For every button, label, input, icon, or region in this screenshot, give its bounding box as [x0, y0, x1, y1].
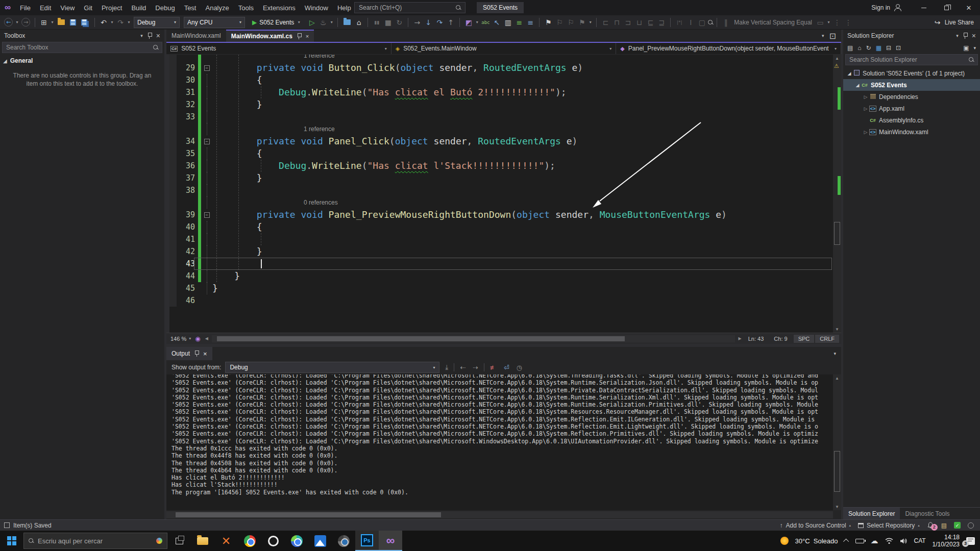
fold-margin[interactable]: [201, 184, 212, 196]
live-share-icon[interactable]: ↪: [933, 16, 943, 29]
new-project-icon[interactable]: ⊞: [39, 16, 49, 29]
spell-check-icon[interactable]: abc: [480, 16, 491, 29]
hot-reload-icon[interactable]: ♨: [318, 16, 328, 29]
step-over-icon[interactable]: ↷: [434, 16, 445, 29]
breakpoint-margin[interactable]: [169, 147, 177, 160]
keyboard-layout[interactable]: CAT: [914, 537, 926, 544]
output-horizontal-scrollbar[interactable]: [166, 511, 833, 518]
fold-margin[interactable]: [201, 123, 212, 135]
live-share-label[interactable]: Live Share: [945, 19, 974, 26]
tab-mainwindow.xaml[interactable]: MainWindow.xaml: [166, 30, 226, 42]
chevron-down-icon[interactable]: ▾: [15, 20, 19, 24]
go-to-definition-icon[interactable]: ↖: [492, 16, 502, 29]
breakpoint-margin[interactable]: [169, 55, 177, 62]
align-bottoms-icon[interactable]: ⊒: [656, 16, 667, 29]
minimize-button[interactable]: [913, 0, 935, 15]
open-file-icon[interactable]: [58, 19, 65, 25]
tree-item[interactable]: ◢Solution 'S052 Events' (1 of 1 project): [843, 67, 980, 79]
clear-all-icon[interactable]: ≢: [488, 364, 498, 371]
breakpoint-margin[interactable]: [169, 160, 177, 172]
code-line[interactable]: 39− private void Panel_PreviewMouseRight…: [169, 209, 833, 221]
code-line[interactable]: 36 Debug.WriteLine("Has clicat l'Stack!!…: [169, 160, 833, 172]
visual-studio-icon[interactable]: ∞: [379, 531, 402, 551]
fold-margin[interactable]: [201, 98, 212, 111]
vertical-spacing-icon[interactable]: ‖: [721, 16, 731, 29]
expanded-arrow-icon[interactable]: ◢: [846, 71, 852, 76]
format-document-icon[interactable]: ≡: [525, 16, 535, 29]
breakpoint-margin[interactable]: [169, 86, 177, 98]
menu-item-analyze[interactable]: Analyze: [201, 0, 233, 15]
maximize-button[interactable]: [935, 0, 958, 15]
add-to-source-control-button[interactable]: ↑ Add to Source Control ▴: [780, 522, 851, 529]
align-rights-icon[interactable]: ⊐: [623, 16, 633, 29]
fold-margin[interactable]: [201, 111, 212, 123]
photoshop-icon[interactable]: Ps: [355, 531, 379, 551]
code-line[interactable]: 33: [169, 111, 833, 123]
breakpoint-margin[interactable]: [169, 74, 177, 86]
breakpoint-margin[interactable]: [169, 209, 177, 221]
pin-icon[interactable]: [963, 33, 968, 39]
fold-margin[interactable]: −: [201, 209, 212, 221]
refresh-icon[interactable]: ↻: [866, 44, 871, 52]
code-line[interactable]: 45}: [169, 282, 833, 294]
scroll-up-icon[interactable]: ▲: [833, 374, 841, 382]
fold-margin[interactable]: [201, 233, 212, 245]
nav-forward-icon[interactable]: →: [21, 18, 30, 27]
fold-margin[interactable]: [201, 282, 212, 294]
fold-margin[interactable]: [201, 258, 212, 270]
fold-margin[interactable]: [201, 196, 212, 209]
syntax-visualizer-icon[interactable]: ◩: [463, 16, 474, 29]
chevron-down-icon[interactable]: ▾: [140, 33, 143, 38]
menu-item-tools[interactable]: Tools: [234, 0, 258, 15]
code-line[interactable]: 32 }: [169, 98, 833, 111]
timestamp-icon[interactable]: ◷: [515, 364, 524, 371]
tree-item[interactable]: ▷<>App.xaml: [843, 103, 980, 114]
scroll-down-icon[interactable]: ▼: [833, 503, 841, 510]
chevron-down-icon[interactable]: ▾: [127, 20, 131, 24]
breakpoint-margin[interactable]: [169, 196, 177, 209]
copy-structure-icon[interactable]: ▥: [503, 16, 513, 29]
code-line[interactable]: 43: [169, 258, 833, 270]
quick-search-input[interactable]: Search (Ctrl+Q): [354, 2, 465, 13]
word-wrap-icon[interactable]: ⏎: [502, 364, 511, 371]
task-view-icon[interactable]: [167, 531, 191, 551]
select-repository-button[interactable]: Select Repository ▴: [858, 522, 920, 529]
onedrive-cloud-icon[interactable]: ☁: [871, 536, 878, 545]
code-line[interactable]: 41: [169, 233, 833, 245]
prev-bookmark-icon[interactable]: ⚐: [554, 16, 565, 29]
nav-back-icon[interactable]: ←: [4, 18, 13, 27]
clear-bookmarks-icon[interactable]: ⚑: [577, 16, 587, 29]
breadcrumb-segment[interactable]: ◈S052_Events.MainWindow▾: [391, 43, 617, 54]
fold-margin[interactable]: [201, 86, 212, 98]
code-line[interactable]: 29− private void Button_Click(object sen…: [169, 62, 833, 74]
fold-margin[interactable]: −: [201, 62, 212, 74]
action-center-icon[interactable]: 3: [966, 537, 975, 545]
chevron-down-icon[interactable]: ▾: [956, 33, 959, 38]
collapse-box-icon[interactable]: −: [204, 212, 210, 218]
sign-in-button[interactable]: Sign in: [871, 0, 901, 15]
chevron-down-icon[interactable]: ▾: [110, 20, 114, 24]
collapsed-arrow-icon[interactable]: ▷: [863, 130, 869, 135]
fold-margin[interactable]: −: [201, 135, 212, 147]
start-without-debugging-icon[interactable]: ▷: [307, 16, 317, 29]
weather-sun-icon[interactable]: [780, 537, 789, 545]
redo-icon[interactable]: ↷: [115, 16, 126, 29]
next-message-icon[interactable]: ⇢: [471, 364, 480, 371]
window-layout-icon[interactable]: ⌂: [354, 16, 364, 29]
switch-views-icon[interactable]: ▤: [847, 44, 853, 52]
menu-item-help[interactable]: Help: [333, 0, 356, 15]
menu-item-extensions[interactable]: Extensions: [258, 0, 300, 15]
align-middles-icon[interactable]: ⊑: [645, 16, 655, 29]
save-icon[interactable]: [70, 19, 76, 26]
fold-margin[interactable]: [201, 221, 212, 233]
find-in-files-icon[interactable]: [344, 19, 351, 25]
chevron-down-icon[interactable]: ▾: [189, 336, 191, 341]
chevron-down-icon[interactable]: ▾: [973, 45, 976, 51]
collapse-box-icon[interactable]: −: [204, 139, 210, 144]
file-explorer-icon[interactable]: [191, 531, 214, 551]
breadcrumb-segment[interactable]: C#S052 Events▾: [166, 43, 391, 54]
breakpoint-margin[interactable]: [169, 111, 177, 123]
fold-margin[interactable]: [201, 294, 212, 307]
scrollbar-thumb[interactable]: [834, 222, 840, 245]
menu-item-view[interactable]: View: [56, 0, 79, 15]
